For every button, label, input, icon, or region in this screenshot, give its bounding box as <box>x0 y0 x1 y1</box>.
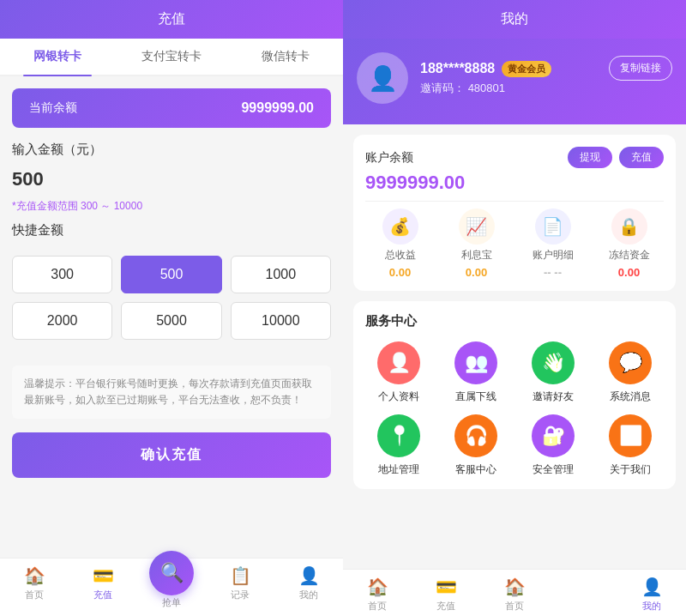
balance-value: 9999999.00 <box>241 100 314 116</box>
right-mine-icon: 👤 <box>641 577 663 597</box>
interest-icon: 📈 <box>459 208 495 245</box>
quick-btn-500[interactable]: 500 <box>121 256 221 293</box>
service-message-label: 系统消息 <box>610 390 651 404</box>
mine-icon: 👤 <box>298 565 320 586</box>
hint-text: *充值金额范围 300 ～ 10000 <box>12 199 331 214</box>
right-nav-mine[interactable]: 👤 我的 <box>617 577 686 613</box>
nav-recharge[interactable]: 💳 充值 <box>69 565 137 609</box>
nav-home-label: 首页 <box>25 589 44 601</box>
quick-btn-2000[interactable]: 2000 <box>12 302 112 340</box>
profile-icon: 👤 <box>377 341 420 384</box>
withdraw-button[interactable]: 提现 <box>568 147 612 168</box>
quick-btn-5000[interactable]: 5000 <box>121 302 221 340</box>
grab-center-circle: 🔍 <box>149 551 194 595</box>
frozen-icon: 🔒 <box>611 208 647 245</box>
account-detail-value: -- -- <box>544 266 562 279</box>
service-grid: 👤 个人资料 👥 直属下线 👋 邀请好友 <box>365 341 664 477</box>
nav-mine-label: 我的 <box>299 589 318 601</box>
message-icon: 💬 <box>609 341 652 384</box>
invite-icon: 👋 <box>532 341 575 384</box>
vip-badge: 黄金会员 <box>502 61 551 77</box>
quick-amounts-grid: 300 500 1000 2000 5000 10000 <box>0 256 343 340</box>
card-actions: 提现 充值 <box>568 147 664 168</box>
right-nav-empty <box>549 577 617 613</box>
stats-row: 💰 总收益 0.00 📈 利息宝 0.00 📄 <box>365 208 664 279</box>
account-detail-label: 账户明细 <box>533 248 574 263</box>
copy-link-button[interactable]: 复制链接 <box>609 56 672 81</box>
confirm-button[interactable]: 确认充值 <box>12 432 331 478</box>
security-icon: 🔐 <box>532 414 575 457</box>
customer-icon: 🎧 <box>454 414 497 457</box>
balance-label: 当前余额 <box>29 100 77 116</box>
frozen-label: 冻结资金 <box>609 248 650 263</box>
right-home2-icon: 🏠 <box>504 577 526 597</box>
quick-btn-10000[interactable]: 10000 <box>231 302 331 340</box>
service-address-label: 地址管理 <box>378 462 419 477</box>
right-nav-recharge-label: 充值 <box>436 600 455 613</box>
account-detail-icon: 📄 <box>535 208 571 245</box>
nav-record[interactable]: 📋 记录 <box>206 565 274 609</box>
service-profile[interactable]: 👤 个人资料 <box>365 341 432 404</box>
avatar-icon: 👤 <box>368 64 398 93</box>
recharge-icon: 💳 <box>93 565 114 586</box>
right-nav-home[interactable]: 🏠 首页 <box>343 577 412 613</box>
tab-bank[interactable]: 网银转卡 <box>0 39 114 75</box>
nav-record-label: 记录 <box>231 589 250 601</box>
stat-account-detail[interactable]: 📄 账户明细 -- -- <box>518 208 587 279</box>
service-about-label: 关于我们 <box>610 462 651 477</box>
nav-grab[interactable]: 🔍 抢单 <box>137 565 206 609</box>
right-home-icon: 🏠 <box>367 577 388 597</box>
service-invite[interactable]: 👋 邀请好友 <box>520 341 587 404</box>
nav-home[interactable]: 🏠 首页 <box>0 565 69 609</box>
quick-btn-300[interactable]: 300 <box>12 256 112 293</box>
total-income-icon: 💰 <box>382 208 418 245</box>
left-bottom-nav: 🏠 首页 💳 充值 🔍 抢单 📋 记录 👤 我的 <box>0 558 343 616</box>
avatar: 👤 <box>357 52 408 104</box>
right-nav-home2[interactable]: 🏠 首页 <box>480 577 549 613</box>
nav-grab-label: 抢单 <box>162 596 181 609</box>
frozen-value: 0.00 <box>618 266 640 279</box>
stat-total-income: 💰 总收益 0.00 <box>365 208 435 279</box>
right-recharge-icon: 💳 <box>436 577 457 597</box>
service-about[interactable]: ℹ️ 关于我们 <box>597 414 664 477</box>
right-nav-home2-label: 首页 <box>505 600 524 613</box>
right-screen: 我的 👤 188****8888 黄金会员 邀请码： 480801 复制链接 <box>343 0 686 616</box>
profile-section: 👤 188****8888 黄金会员 邀请码： 480801 复制链接 <box>343 39 686 124</box>
right-nav-home-label: 首页 <box>368 600 387 613</box>
quick-label: 快捷金额 <box>12 222 331 239</box>
interest-value: 0.00 <box>466 266 487 279</box>
interest-label: 利息宝 <box>461 248 492 263</box>
stat-frozen: 🔒 冻结资金 0.00 <box>594 208 664 279</box>
balance-bar: 当前余额 9999999.00 <box>12 88 331 128</box>
address-icon: 📍 <box>377 414 420 457</box>
total-income-value: 0.00 <box>389 266 411 279</box>
tabs-row: 网银转卡 支付宝转卡 微信转卡 <box>0 39 343 76</box>
service-customer[interactable]: 🎧 客服中心 <box>442 414 509 477</box>
left-screen: 充值 网银转卡 支付宝转卡 微信转卡 当前余额 9999999.00 输入金额（… <box>0 0 343 616</box>
balance-card: 账户余额 提现 充值 9999999.00 💰 总收益 0.00 <box>353 135 676 291</box>
nav-mine[interactable]: 👤 我的 <box>274 565 343 609</box>
service-downline-label: 直属下线 <box>455 390 496 404</box>
amount-display[interactable]: 500 <box>12 165 331 194</box>
tab-alipay[interactable]: 支付宝转卡 <box>114 39 228 75</box>
quick-btn-1000[interactable]: 1000 <box>231 256 331 293</box>
right-nav-recharge[interactable]: 💳 充值 <box>412 577 480 613</box>
recharge-button[interactable]: 充值 <box>619 147 664 168</box>
input-label: 输入金额（元） <box>12 142 331 158</box>
account-balance-value: 9999999.00 <box>365 172 664 194</box>
account-balance-label: 账户余额 <box>365 150 413 166</box>
invite-code: 邀请码： 480801 <box>420 81 672 96</box>
service-address[interactable]: 📍 地址管理 <box>365 414 432 477</box>
tab-wechat[interactable]: 微信转卡 <box>229 39 343 75</box>
service-security-label: 安全管理 <box>533 462 574 477</box>
nav-recharge-label: 充值 <box>93 589 112 601</box>
record-icon: 📋 <box>230 565 251 586</box>
home-icon: 🏠 <box>24 565 45 586</box>
right-header: 我的 <box>343 0 686 39</box>
service-profile-label: 个人资料 <box>378 390 419 404</box>
service-card: 服务中心 👤 个人资料 👥 直属下线 <box>353 301 676 489</box>
service-security[interactable]: 🔐 安全管理 <box>520 414 587 477</box>
service-downline[interactable]: 👥 直属下线 <box>442 341 509 404</box>
service-message[interactable]: 💬 系统消息 <box>597 341 664 404</box>
downline-icon: 👥 <box>454 341 497 384</box>
